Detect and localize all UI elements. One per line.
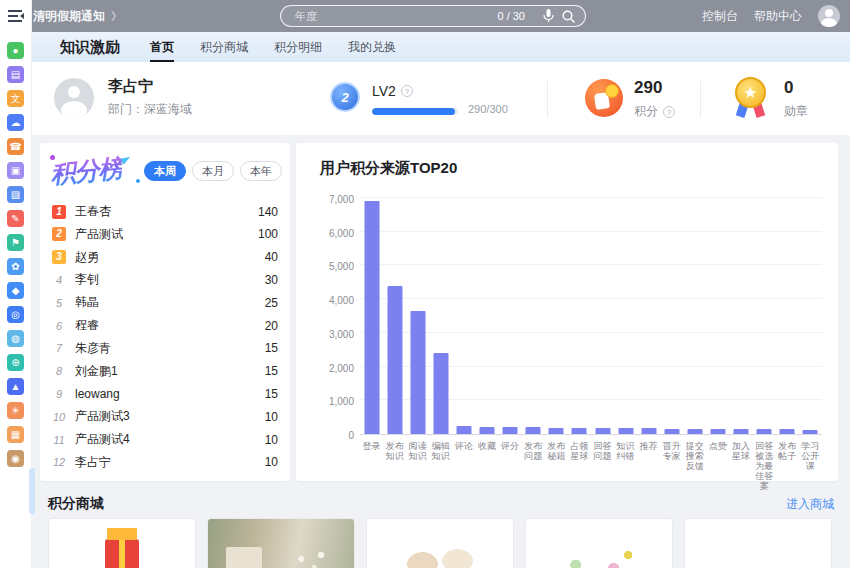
bar-slot [799,199,822,434]
medal-icon: ★ [732,77,770,119]
announcement-expand-icon[interactable]: 》 [111,9,122,24]
product-gift-box[interactable] [48,518,196,568]
product-image [49,519,195,568]
tab-points-detail[interactable]: 积分明细 [274,32,322,62]
cloud-drive-app-icon[interactable]: ☁ [7,114,24,131]
leaderboard-row: 9leowang15 [52,384,278,405]
tab-my-exchanges[interactable]: 我的兑换 [348,32,396,62]
map-app-icon[interactable]: ⚑ [7,234,24,251]
globe-app-icon[interactable]: ⊕ [7,354,24,371]
user-avatar-small[interactable] [818,5,840,27]
leaderboard-user-score: 30 [265,273,278,287]
leaderboard-user-name: 李钊 [75,271,99,288]
voice-search-button[interactable] [543,9,554,23]
search-char-counter: 0 / 30 [497,10,525,22]
tab-this-year[interactable]: 本年 [240,161,282,181]
contacts-app-icon[interactable]: ☎ [7,138,24,155]
topbar-links: 控制台 帮助中心 [702,0,840,32]
rank-number: 8 [52,365,66,377]
tab-points-mall[interactable]: 积分商城 [200,32,248,62]
bar-slot [429,199,452,434]
drawer-handle[interactable] [29,468,35,514]
bar-slot [360,199,383,434]
bar [780,429,795,434]
product-blank[interactable] [684,518,832,568]
leaderboard-user-name: 朱彦青 [75,340,111,357]
bar [664,429,679,434]
console-link[interactable]: 控制台 [702,8,738,25]
leaderboard-user-name: 程睿 [75,317,99,334]
enter-mall-link[interactable]: 进入商城 [786,496,834,513]
portrait-app-icon[interactable]: ◉ [7,450,24,467]
product-flower-bouquet[interactable] [525,518,673,568]
collapse-sidebar-button[interactable] [0,0,32,32]
bar-slot [753,199,776,434]
product-list [48,518,832,568]
hamburger-icon [8,10,24,22]
bar-slot [776,199,799,434]
search-box[interactable]: 年度 0 / 30 [280,5,586,27]
forum-app-icon[interactable]: ◍ [7,330,24,347]
medal-count: 0 [784,78,793,98]
gallery-app-icon[interactable]: ▨ [7,186,24,203]
bar [456,426,471,434]
bar-slot [591,199,614,434]
bar-slot [383,199,406,434]
sun-app-icon[interactable]: ☀ [7,402,24,419]
tab-this-month[interactable]: 本月 [192,161,234,181]
leaderboard-user-score: 10 [265,455,278,469]
translate-app-icon[interactable]: 文 [7,90,24,107]
leaderboard-user-score: 100 [258,227,278,241]
bar [803,430,818,434]
leaderboard-row: 8刘金鹏115 [52,361,278,382]
microphone-icon [543,9,554,23]
x-tick-label: 提交搜索反馈 [683,441,706,491]
bar-slot [499,199,522,434]
search-placeholder: 年度 [295,9,497,24]
page-title: 知识激励 [60,38,120,57]
bar [595,428,610,434]
product-photo-frame[interactable] [207,518,355,568]
y-tick-label: 7,000 [320,194,354,205]
rank-number: 10 [52,411,66,423]
flower-app-icon[interactable]: ✿ [7,258,24,275]
box-app-icon[interactable]: ▦ [7,426,24,443]
x-tick-label: 阅读知识 [406,441,429,491]
leaderboard-row: 10产品测试310 [52,406,278,427]
x-tick-label: 发布帖子 [776,441,799,491]
bar-slot [522,199,545,434]
leaderboard-user-score: 15 [265,364,278,378]
chart-plot-area [360,199,822,435]
trophy-app-icon[interactable]: ▲ [7,378,24,395]
points-label-row: 积分 ? [634,103,675,120]
rank-badge: 1 [52,205,66,219]
product-image [367,519,513,568]
product-ribbon-bow[interactable] [366,518,514,568]
leaderboard-user-name: 刘金鹏1 [75,363,118,380]
rank-number: 6 [52,320,66,332]
x-tick-label: 发布知识 [383,441,406,491]
bar-slot [452,199,475,434]
gift-app-icon[interactable]: ▣ [7,162,24,179]
ring-app-icon[interactable]: ◎ [7,306,24,323]
chart-title: 用户积分来源TOP20 [320,159,457,178]
level-info-icon[interactable]: ? [401,85,413,97]
leaderboard-user-score: 15 [265,341,278,355]
gridline [360,197,822,198]
leaderboard-user-name: 王春杏 [75,203,111,220]
points-icon [585,79,623,117]
points-info-icon[interactable]: ? [663,106,675,118]
search-submit-button[interactable] [562,10,575,23]
tab-home[interactable]: 首页 [150,32,174,62]
leaderboard-user-name: 赵勇 [75,249,99,266]
sidebar-app-list: ●▤文☁☎▣▨✎⚑✿◆◎◍⊕▲☀▦◉ [0,32,31,467]
help-center-link[interactable]: 帮助中心 [754,8,802,25]
tab-this-week[interactable]: 本周 [144,161,186,181]
notes-app-icon[interactable]: ✎ [7,210,24,227]
chat-app-icon[interactable]: ● [7,42,24,59]
x-tick-label: 点赞 [706,441,729,491]
cube-app-icon[interactable]: ◆ [7,282,24,299]
docs-app-icon[interactable]: ▤ [7,66,24,83]
x-tick-label: 发布问题 [522,441,545,491]
bar-slot [730,199,753,434]
